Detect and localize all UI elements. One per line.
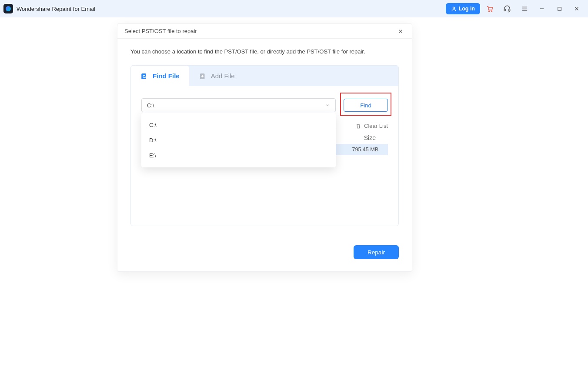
select-file-dialog: Select PST/OST file to repair You can ch… bbox=[117, 23, 412, 272]
drive-row: C:\ Find bbox=[141, 98, 388, 112]
login-button[interactable]: Log in bbox=[446, 3, 481, 14]
cart-icon[interactable] bbox=[482, 1, 498, 17]
login-label: Log in bbox=[459, 6, 475, 12]
repair-button[interactable]: Repair bbox=[354, 245, 399, 259]
svg-point-0 bbox=[453, 7, 454, 9]
dialog-header: Select PST/OST file to repair bbox=[117, 24, 412, 39]
svg-rect-4 bbox=[509, 9, 510, 11]
dialog-footer: Repair bbox=[117, 233, 412, 271]
minimize-button[interactable] bbox=[534, 1, 550, 17]
search-file-icon bbox=[140, 72, 148, 80]
tab-find-file[interactable]: Find File bbox=[131, 66, 189, 86]
svg-point-1 bbox=[488, 11, 489, 12]
main-area: Select PST/OST file to repair You can ch… bbox=[0, 17, 588, 370]
tab-content: C:\ Find bbox=[131, 86, 398, 167]
drive-dropdown: C:\ D:\ E:\ bbox=[141, 113, 336, 167]
svg-point-2 bbox=[491, 11, 492, 12]
maximize-button[interactable] bbox=[551, 1, 567, 17]
app-title: Wondershare Repairit for Email bbox=[17, 6, 95, 12]
drive-option-c[interactable]: C:\ bbox=[141, 117, 336, 133]
find-button[interactable]: Find bbox=[344, 99, 388, 112]
tab-add-label: Add File bbox=[211, 72, 235, 80]
titlebar-left: Wondershare Repairit for Email bbox=[3, 4, 95, 13]
svg-rect-9 bbox=[558, 7, 561, 10]
tab-find-label: Find File bbox=[153, 72, 180, 80]
drive-select[interactable]: C:\ bbox=[141, 98, 336, 112]
menu-icon[interactable] bbox=[517, 1, 532, 17]
dialog-title: Select PST/OST file to repair bbox=[124, 28, 197, 34]
close-icon[interactable] bbox=[396, 27, 405, 36]
intro-text: You can choose a location to find the PS… bbox=[130, 48, 399, 55]
clear-list-button[interactable]: Clear List bbox=[355, 123, 388, 129]
trash-icon bbox=[355, 123, 361, 129]
tabs: Find File Add File bbox=[131, 66, 398, 86]
file-panel: Find File Add File C:\ bbox=[130, 65, 399, 226]
tab-add-file[interactable]: Add File bbox=[189, 66, 244, 86]
add-file-icon bbox=[199, 72, 207, 80]
drive-selected-value: C:\ bbox=[147, 102, 154, 109]
drive-option-e[interactable]: E:\ bbox=[141, 148, 336, 163]
headset-icon[interactable] bbox=[499, 1, 515, 17]
close-window-button[interactable] bbox=[569, 1, 585, 17]
dialog-body: You can choose a location to find the PS… bbox=[117, 39, 412, 233]
user-icon bbox=[451, 6, 457, 12]
chevron-down-icon bbox=[325, 103, 330, 108]
clear-list-label: Clear List bbox=[364, 123, 388, 129]
app-logo-icon bbox=[3, 4, 13, 13]
titlebar: Wondershare Repairit for Email Log in bbox=[0, 0, 588, 17]
svg-rect-3 bbox=[504, 9, 505, 11]
find-button-wrap: Find bbox=[344, 99, 388, 112]
titlebar-right: Log in bbox=[446, 1, 585, 17]
drive-option-d[interactable]: D:\ bbox=[141, 133, 336, 148]
